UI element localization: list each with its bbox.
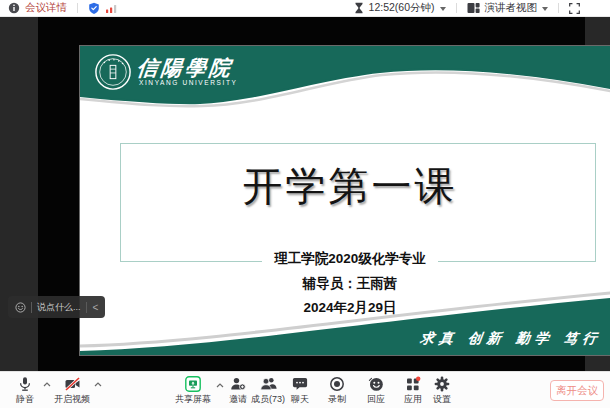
presentation-slide: 信陽學院 XINYANG UNIVERSITY 开学第一课 理工学院2020级化… — [80, 46, 610, 355]
info-icon[interactable] — [8, 2, 20, 14]
hourglass-icon — [354, 2, 364, 14]
settings-button[interactable]: 设置 — [425, 376, 459, 406]
title-bar: 会议详情 12:52(60分钟) 演讲者视图 — [0, 0, 610, 17]
start-video-label: 开启视频 — [54, 393, 90, 406]
apps-label: 应用 — [404, 393, 422, 406]
record-label: 录制 — [328, 393, 346, 406]
security-shield-icon[interactable] — [88, 2, 100, 15]
share-screen-icon — [185, 376, 201, 392]
chat-button[interactable]: 聊天 — [283, 376, 317, 406]
mute-label: 静音 — [16, 393, 34, 406]
emoji-smiley-icon[interactable] — [15, 302, 26, 313]
fullscreen-icon[interactable] — [569, 3, 580, 14]
meeting-toolbar: 静音 开启视频 共享屏幕 邀请 成员(73) 聊天 — [0, 371, 610, 408]
title-bar-right: 12:52(60分钟) 演讲者视图 — [354, 1, 580, 15]
microphone-icon — [17, 376, 33, 392]
share-screen-label: 共享屏幕 — [175, 393, 211, 406]
meeting-timer: 12:52(60分钟) — [369, 1, 435, 15]
reaction-button[interactable]: 回应 — [359, 376, 393, 406]
chat-quick-input[interactable]: 说点什么... < — [8, 296, 105, 318]
share-screen-button[interactable]: 共享屏幕 — [172, 376, 214, 406]
view-dropdown-caret[interactable] — [542, 7, 548, 11]
timer-dropdown-caret[interactable] — [440, 7, 446, 11]
chat-label: 聊天 — [291, 393, 309, 406]
network-signal-icon[interactable] — [105, 2, 118, 14]
apps-grid-icon — [405, 376, 421, 392]
university-name-en: XINYANG UNIVERSITY — [139, 80, 237, 87]
shared-screen-stage: 信陽學院 XINYANG UNIVERSITY 开学第一课 理工学院2020级化… — [0, 17, 610, 371]
camera-off-icon — [64, 376, 81, 392]
divider — [456, 3, 457, 13]
chat-collapse-chevron[interactable]: < — [92, 302, 99, 313]
divider — [558, 3, 559, 13]
university-seal-icon — [94, 53, 132, 91]
layout-view-icon — [467, 2, 480, 14]
members-icon — [260, 376, 277, 392]
slide-department-text: 理工学院2020级化学专业 — [262, 251, 438, 266]
university-name: 信陽學院 XINYANG UNIVERSITY — [137, 57, 237, 87]
divider — [86, 302, 87, 313]
chat-bubble-icon — [292, 376, 308, 392]
slide-title: 开学第一课 — [80, 162, 610, 210]
reaction-label: 回应 — [367, 393, 385, 406]
settings-label: 设置 — [433, 393, 451, 406]
shared-screen-video: 信陽學院 XINYANG UNIVERSITY 开学第一课 理工学院2020级化… — [38, 17, 585, 371]
university-name-cn: 信陽學院 — [136, 57, 239, 78]
divider — [77, 3, 78, 13]
leave-meeting-button[interactable]: 离开会议 — [550, 380, 604, 401]
slide-counselor: 辅导员：王雨茜 — [80, 275, 610, 293]
view-mode-selector[interactable]: 演讲者视图 — [485, 1, 538, 15]
mute-options-chevron[interactable] — [43, 382, 51, 387]
record-icon — [329, 376, 345, 392]
members-label: 成员(73) — [251, 393, 285, 406]
university-logo: 信陽學院 XINYANG UNIVERSITY — [94, 53, 237, 91]
record-button[interactable]: 录制 — [320, 376, 354, 406]
meeting-details-link[interactable]: 会议详情 — [25, 1, 67, 15]
title-bar-left: 会议详情 — [8, 1, 118, 15]
gear-icon — [434, 376, 450, 392]
chat-input-placeholder[interactable]: 说点什么... — [37, 301, 81, 314]
divider — [31, 302, 32, 313]
slide-department: 理工学院2020级化学专业 — [80, 250, 610, 268]
video-options-chevron[interactable] — [94, 382, 102, 387]
reaction-smiley-icon — [368, 376, 384, 392]
start-video-button[interactable]: 开启视频 — [52, 376, 92, 406]
slide-date: 2024年2月29日 — [80, 299, 610, 317]
slide-motto: 求真 创新 勤学 笃行 — [419, 330, 603, 348]
mute-button[interactable]: 静音 — [8, 376, 42, 406]
